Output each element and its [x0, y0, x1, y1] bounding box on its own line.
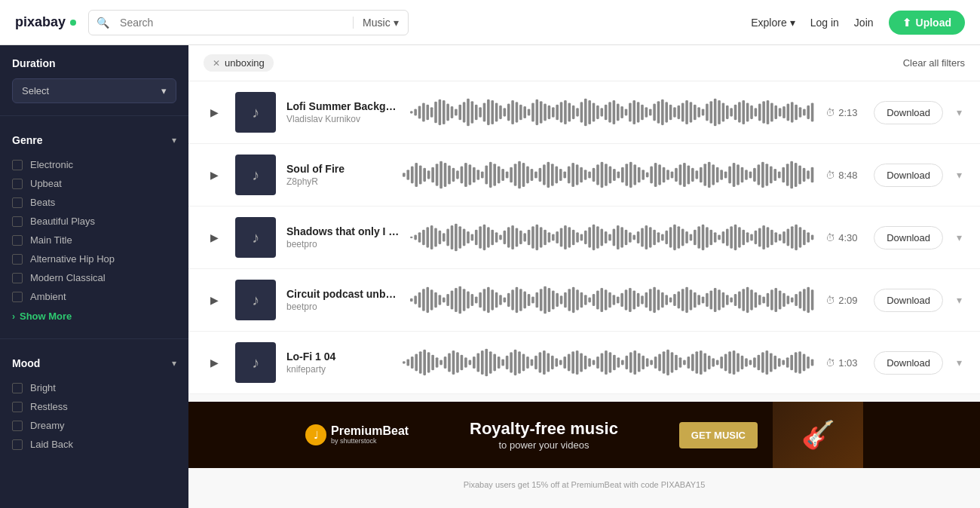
download-button[interactable]: Download	[874, 226, 943, 249]
genre-filter-item[interactable]: Beautiful Plays	[12, 212, 176, 231]
svg-rect-11	[455, 109, 458, 115]
music-note-icon: ♪	[252, 104, 259, 121]
svg-rect-457	[638, 353, 641, 372]
genre-checkbox[interactable]	[12, 292, 23, 302]
svg-rect-313	[463, 289, 466, 311]
genre-checkbox[interactable]	[12, 273, 23, 283]
search-type-dropdown[interactable]: Music ▾	[353, 17, 408, 29]
clear-filters-button[interactable]: Clear all filters	[903, 57, 965, 69]
svg-rect-98	[807, 106, 810, 119]
download-button[interactable]: Download	[874, 101, 943, 124]
svg-rect-295	[795, 225, 798, 250]
svg-rect-94	[791, 102, 794, 122]
expand-button[interactable]: ▾	[954, 353, 965, 372]
svg-rect-75	[714, 99, 717, 127]
genre-filter-item[interactable]: Upbeat	[12, 174, 176, 193]
svg-rect-14	[467, 99, 470, 127]
waveform[interactable]	[410, 285, 815, 315]
mood-checkbox[interactable]	[12, 402, 23, 412]
svg-rect-248	[605, 231, 608, 243]
genre-checkbox[interactable]	[12, 179, 23, 189]
genre-filter-item[interactable]: Electronic	[12, 155, 176, 174]
download-button[interactable]: Download	[874, 351, 943, 375]
download-button[interactable]: Download	[874, 289, 943, 312]
mood-checkbox[interactable]	[12, 383, 23, 393]
mood-filter-item[interactable]: Laid Back	[12, 435, 176, 454]
svg-rect-55	[632, 100, 635, 124]
download-button[interactable]: Download	[874, 164, 943, 187]
upload-button[interactable]: ⬆ Upload	[889, 11, 965, 35]
svg-rect-399	[811, 289, 814, 310]
svg-rect-355	[632, 290, 635, 309]
search-input[interactable]	[117, 11, 353, 35]
svg-rect-409	[439, 360, 443, 366]
logo-text: pixabay	[15, 14, 66, 30]
genre-checkbox[interactable]	[12, 216, 23, 227]
genre-checkbox[interactable]	[12, 235, 23, 246]
play-button[interactable]: ▶	[204, 102, 225, 123]
svg-rect-302	[418, 292, 421, 308]
svg-rect-306	[434, 292, 437, 308]
svg-rect-149	[605, 164, 608, 186]
svg-rect-147	[596, 164, 599, 185]
svg-rect-104	[419, 165, 422, 184]
genre-checkbox[interactable]	[12, 254, 23, 265]
waveform[interactable]	[403, 160, 815, 190]
svg-rect-206	[434, 228, 437, 246]
waveform[interactable]	[410, 97, 815, 127]
genre-checkbox[interactable]	[12, 197, 23, 208]
play-button[interactable]: ▶	[204, 227, 225, 248]
ad-cta-button[interactable]: GET MUSIC	[679, 422, 758, 448]
svg-rect-379	[730, 298, 733, 303]
genre-filter-item[interactable]: Alternative Hip Hop	[12, 249, 176, 268]
svg-rect-44	[588, 100, 591, 124]
genre-filter-item[interactable]: Beats	[12, 193, 176, 212]
remove-filter-button[interactable]: ✕	[213, 58, 220, 69]
svg-rect-449	[605, 350, 608, 375]
svg-rect-410	[444, 357, 447, 369]
play-button[interactable]: ▶	[204, 352, 225, 373]
play-button[interactable]: ▶	[204, 164, 225, 185]
genre-section: Genre ▾ ElectronicUpbeatBeatsBeautiful P…	[0, 122, 188, 332]
mood-filter-item[interactable]: Dreamy	[12, 416, 176, 435]
show-more-button[interactable]: › Show More	[12, 306, 176, 326]
svg-rect-495	[795, 352, 798, 372]
mood-checkbox[interactable]	[12, 439, 23, 450]
svg-rect-35	[552, 107, 555, 118]
mood-filter-item[interactable]: Restless	[12, 397, 176, 416]
genre-filter-item[interactable]: Modern Classical	[12, 268, 176, 287]
svg-rect-489	[770, 353, 773, 372]
genre-filter-item[interactable]: Ambient	[12, 287, 176, 306]
duration-select[interactable]: Select ▾	[12, 78, 176, 103]
login-button[interactable]: Log in	[810, 17, 839, 29]
svg-rect-283	[746, 232, 749, 243]
mood-checkbox[interactable]	[12, 421, 23, 431]
explore-button[interactable]: Explore ▾	[751, 17, 795, 29]
svg-rect-286	[758, 228, 761, 246]
music-note-icon: ♪	[252, 167, 259, 184]
svg-rect-130	[526, 167, 529, 184]
waveform-svg	[403, 160, 815, 190]
svg-rect-258	[645, 225, 648, 249]
genre-filter-item[interactable]: Main Title	[12, 231, 176, 249]
expand-button[interactable]: ▾	[954, 103, 965, 121]
svg-rect-17	[479, 107, 482, 118]
search-icon: 🔍	[89, 17, 117, 29]
expand-button[interactable]: ▾	[954, 291, 965, 309]
waveform[interactable]	[410, 222, 815, 252]
svg-rect-492	[782, 360, 785, 366]
expand-button[interactable]: ▾	[954, 166, 965, 184]
svg-rect-284	[750, 234, 753, 240]
mood-filter-item[interactable]: Bright	[12, 378, 176, 397]
svg-rect-420	[485, 349, 488, 377]
play-button[interactable]: ▶	[204, 289, 225, 311]
svg-rect-366	[678, 292, 681, 309]
expand-button[interactable]: ▾	[954, 228, 965, 246]
svg-rect-412	[452, 350, 455, 375]
waveform[interactable]	[403, 347, 815, 378]
svg-rect-432	[534, 356, 537, 369]
join-button[interactable]: Join	[854, 17, 874, 29]
svg-rect-461	[654, 357, 657, 369]
genre-checkbox[interactable]	[12, 160, 23, 170]
header-nav: Explore ▾ Log in Join ⬆ Upload	[751, 11, 965, 35]
